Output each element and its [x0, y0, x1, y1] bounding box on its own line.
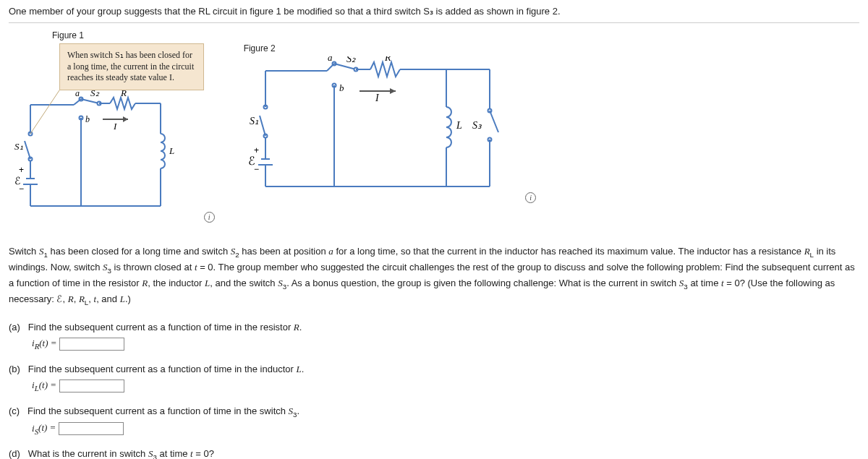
part-c-prompt: Find the subsequent current as a functio… — [27, 406, 299, 416]
part-a: (a) Find the subsequent current as a fun… — [9, 322, 859, 351]
part-a-prompt: Find the subsequent current as a functio… — [28, 322, 302, 333]
circuit-figure1: S₁ a S₂ R b I L + ℰ − — [9, 90, 197, 220]
problem-statement: Switch S1 has been closed for a long tim… — [9, 244, 859, 309]
svg-line-45 — [334, 64, 356, 69]
svg-text:−: − — [19, 184, 24, 194]
svg-line-38 — [260, 116, 265, 136]
part-b-input[interactable] — [59, 379, 124, 392]
svg-text:I: I — [113, 121, 117, 132]
svg-marker-21 — [123, 116, 128, 122]
part-c-var: iS(t) = — [32, 423, 56, 434]
figure1: When switch S₁ has been closed for a lon… — [9, 43, 215, 223]
svg-line-11 — [74, 99, 81, 105]
intro-text: One member of your group suggests that t… — [9, 6, 859, 17]
svg-text:R: R — [384, 56, 391, 63]
svg-text:R: R — [120, 90, 127, 98]
callout-box: When switch S₁ has been closed for a lon… — [59, 43, 204, 90]
svg-text:+: + — [19, 165, 24, 175]
svg-text:L: L — [456, 120, 462, 131]
svg-text:S₃: S₃ — [472, 120, 482, 131]
svg-text:S₁: S₁ — [14, 141, 23, 152]
divider — [9, 22, 859, 23]
info-icon[interactable]: i — [204, 212, 215, 223]
part-b-prompt: Find the subsequent current as a functio… — [28, 364, 305, 374]
figure1-label: Figure 1 — [52, 30, 859, 40]
svg-line-12 — [81, 99, 99, 103]
svg-text:I: I — [375, 93, 380, 103]
svg-line-44 — [327, 64, 334, 71]
part-c-label: (c) — [9, 406, 20, 416]
part-d-label: (d) — [9, 448, 20, 459]
svg-text:L: L — [169, 145, 174, 156]
svg-marker-60 — [390, 88, 396, 94]
svg-line-5 — [25, 141, 30, 159]
svg-text:S₂: S₂ — [90, 90, 100, 98]
part-a-var: iR(t) = — [32, 338, 57, 348]
part-c-input[interactable] — [59, 422, 124, 435]
part-b: (b) Find the subsequent current as a fun… — [9, 364, 859, 392]
part-b-label: (b) — [9, 364, 20, 374]
svg-text:b: b — [85, 114, 90, 124]
svg-text:+: + — [254, 145, 259, 155]
part-b-var: iL(t) = — [32, 379, 56, 390]
svg-text:−: − — [254, 164, 259, 174]
part-d: (d) What is the current in switch S3 at … — [9, 448, 859, 459]
svg-line-32 — [30, 90, 59, 134]
figure2-label: Figure 2 — [244, 43, 537, 53]
part-c: (c) Find the subsequent current as a fun… — [9, 406, 859, 436]
svg-text:a: a — [75, 90, 80, 98]
svg-line-54 — [490, 111, 498, 132]
part-a-label: (a) — [9, 322, 20, 333]
part-d-prompt: What is the current in switch S3 at time… — [28, 448, 214, 459]
svg-text:S₁: S₁ — [250, 116, 259, 126]
part-a-input[interactable] — [59, 338, 124, 351]
figure2: Figure 2 — [244, 43, 537, 203]
svg-text:S₂: S₂ — [346, 56, 356, 64]
info-icon[interactable]: i — [525, 192, 536, 203]
svg-text:b: b — [339, 82, 344, 93]
svg-text:a: a — [328, 56, 333, 63]
circuit-figure2: S₁ a S₂ R b I L S₃ + ℰ − — [244, 56, 519, 201]
